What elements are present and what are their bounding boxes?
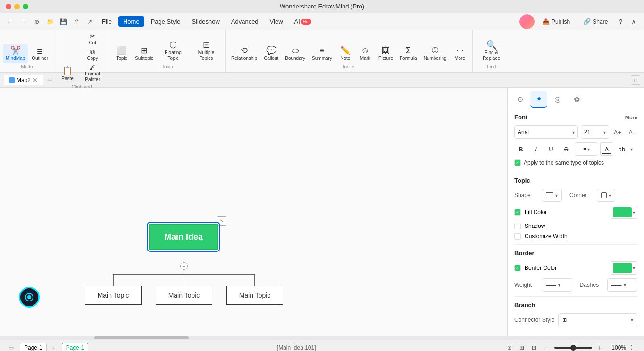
add-page-button[interactable]: + <box>49 343 58 351</box>
outliner-button[interactable]: ☰ Outliner <box>29 46 51 63</box>
zoom-slider[interactable] <box>554 347 592 349</box>
fill-color-checkbox[interactable]: ✓ <box>514 209 521 216</box>
active-page-label[interactable]: Page-1 <box>62 343 89 351</box>
fill-color-swatch[interactable]: ▾ <box>611 206 637 219</box>
close-button[interactable] <box>6 4 11 9</box>
print-button[interactable]: 🖨 <box>71 16 82 27</box>
user-avatar[interactable] <box>519 14 535 29</box>
multiple-topics-button[interactable]: ⊟ Multiple Topics <box>190 39 222 63</box>
help-button[interactable]: ? <box>615 17 626 27</box>
weight-select[interactable]: —— ▾ <box>542 278 572 292</box>
topic-box-1[interactable]: Main Topic <box>85 286 142 305</box>
menu-page-style[interactable]: Page Style <box>146 16 185 27</box>
picture-button[interactable]: 🖼 Picture <box>376 44 396 63</box>
maximize-button[interactable] <box>23 4 28 9</box>
formula-button[interactable]: Σ Formula <box>397 44 420 63</box>
border-color-swatch[interactable]: ▾ <box>611 261 637 275</box>
page-1-label[interactable]: Page-1 <box>20 343 47 351</box>
mindmap-button[interactable]: ✂️ MindMap <box>3 44 28 63</box>
summary-button[interactable]: ≡ Summary <box>309 44 335 63</box>
strikethrough-button[interactable]: S <box>560 142 573 156</box>
fullscreen-status-button[interactable]: ⛶ <box>629 343 638 351</box>
paste-button[interactable]: 📋 Paste <box>57 65 78 84</box>
new-window-button[interactable]: ⊕ <box>31 16 42 27</box>
panel-tab-ai[interactable]: ✦ <box>530 91 547 108</box>
format-painter-button[interactable]: 🖌 Format Painter <box>79 63 106 84</box>
cut-button[interactable]: ✂ Cut <box>79 32 106 47</box>
collapse-ribbon-button[interactable]: ∧ <box>628 16 639 27</box>
panel-tab-settings[interactable]: ✿ <box>568 91 585 108</box>
main-idea-box[interactable]: Main Idea <box>149 224 218 250</box>
underline-button[interactable]: U <box>544 142 558 156</box>
zoom-minus-button[interactable]: − <box>542 343 552 351</box>
highlight-dropdown[interactable]: ▾ <box>630 147 633 152</box>
corner-preview <box>601 192 607 198</box>
find-replace-button[interactable]: 🔍 Find & Replace <box>476 39 508 63</box>
topic-button[interactable]: ⬜ Topic <box>112 44 131 63</box>
fit-view-button[interactable]: ⊠ <box>504 343 515 351</box>
fullscreen-button[interactable]: □ <box>631 75 640 85</box>
subtopic-button[interactable]: ⊞ Subtopic <box>132 44 156 63</box>
menu-home[interactable]: Home <box>118 16 144 27</box>
toggle-panel-button[interactable]: ▭ <box>6 343 16 351</box>
publish-button[interactable]: 📤 Publish <box>536 16 576 27</box>
panel-tab-location[interactable]: ◎ <box>549 91 566 108</box>
more-button[interactable]: ⋯ More <box>451 44 469 63</box>
minimize-button[interactable] <box>14 4 20 9</box>
ai-assistant-button[interactable] <box>19 287 40 308</box>
menu-ai[interactable]: AI Hot <box>290 16 316 27</box>
menu-view[interactable]: View <box>265 16 288 27</box>
collapse-button[interactable]: − <box>180 262 188 270</box>
menu-slideshow[interactable]: Slideshow <box>187 16 225 27</box>
tab-add-button[interactable]: + <box>44 75 56 86</box>
nav-forward-button[interactable]: → <box>18 16 29 27</box>
save-file-button[interactable]: 💾 <box>58 16 69 27</box>
relationship-button[interactable]: ⟲ Relationship <box>228 44 260 63</box>
font-color-button[interactable]: A <box>600 142 613 156</box>
font-more-button[interactable]: More <box>625 115 637 120</box>
open-file-button[interactable]: 📁 <box>44 16 56 27</box>
customize-width-checkbox[interactable] <box>514 233 521 240</box>
resize-handle[interactable]: ⤡ <box>217 216 226 226</box>
tab-map2-close[interactable]: ✕ <box>33 77 38 84</box>
share-button[interactable]: 🔗 Share <box>577 16 613 27</box>
hscrollbar[interactable] <box>0 336 644 340</box>
note-button[interactable]: ✏️ Note <box>336 44 355 63</box>
align-select[interactable]: ≡ ▾ <box>575 142 598 156</box>
font-increase-button[interactable]: A+ <box>612 126 623 138</box>
zoom-plus-button[interactable]: + <box>595 343 604 351</box>
hscroll-thumb[interactable] <box>94 336 189 339</box>
font-family-select[interactable]: Arial ▾ <box>514 125 578 139</box>
font-decrease-button[interactable]: A- <box>626 126 637 138</box>
shadow-checkbox[interactable] <box>514 223 521 229</box>
nav-back-button[interactable]: ← <box>5 16 16 27</box>
tab-map2[interactable]: Map2 ✕ <box>4 75 43 85</box>
shape-select[interactable]: ▾ <box>542 189 562 202</box>
export-button[interactable]: ↗ <box>84 16 95 27</box>
canvas[interactable]: ⤡ Main Idea − Main Topic Main Topic Main… <box>0 88 507 336</box>
font-size-select[interactable]: 21 ▾ <box>581 125 609 139</box>
topic-box-3[interactable]: Main Topic <box>226 286 283 305</box>
topic-box-2[interactable]: Main Topic <box>156 286 212 305</box>
dashes-select[interactable]: —— ▾ <box>607 278 638 292</box>
format-row: B I U S ≡ ▾ A ab ▾ <box>514 142 637 156</box>
border-color-checkbox[interactable]: ✓ <box>514 265 521 271</box>
floating-topic-button[interactable]: ⬡ Floating Topic <box>157 39 189 63</box>
boundary-button[interactable]: ⬭ Boundary <box>282 44 308 63</box>
menu-advanced[interactable]: Advanced <box>226 16 263 27</box>
italic-button[interactable]: I <box>529 142 543 156</box>
apply-same-checkbox[interactable]: ✓ <box>514 159 521 166</box>
panel-tab-style[interactable]: ⊙ <box>511 91 528 108</box>
grid-view-button[interactable]: ⊞ <box>517 343 527 351</box>
mark-button[interactable]: ☺ Mark <box>356 44 375 63</box>
full-page-button[interactable]: ⊡ <box>529 343 539 351</box>
connector-style-select[interactable]: ⊞ ▾ <box>558 313 637 326</box>
highlight-button[interactable]: ab <box>615 142 628 156</box>
zoom-thumb[interactable] <box>570 345 576 351</box>
menu-file[interactable]: File <box>97 16 117 27</box>
bold-button[interactable]: B <box>514 142 527 156</box>
corner-select[interactable]: ▾ <box>597 189 615 202</box>
callout-button[interactable]: 💬 Callout <box>261 44 281 63</box>
copy-button[interactable]: ⧉ Copy <box>79 48 106 62</box>
numbering-button[interactable]: ① Numbering <box>421 44 450 63</box>
